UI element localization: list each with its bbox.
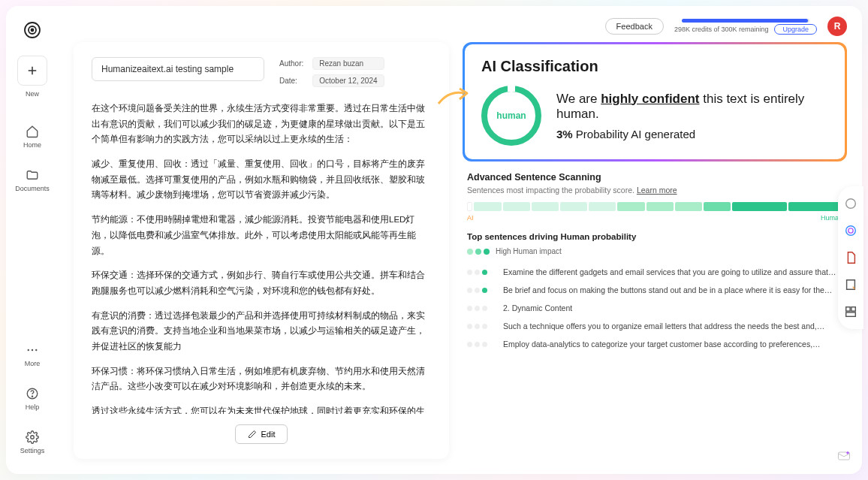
folder-icon (26, 168, 39, 182)
rail-circle-icon[interactable] (844, 197, 857, 210)
paragraph: 节约能源：不使用時關掉電燈和電器，減少能源消耗。投资节能电器和使用LED灯泡，以… (92, 212, 431, 258)
sidebar-item-help[interactable]: Help (11, 379, 53, 418)
sidebar-item-documents[interactable]: Documents (11, 161, 53, 200)
paragraph: 在这个环境问题备受关注的世界，永续生活方式变得非常重要。透过在日常生活中做出有意… (92, 101, 431, 147)
author-value: Rezan buzan (312, 57, 384, 70)
help-icon (26, 387, 39, 400)
document-body: 在这个环境问题备受关注的世界，永续生活方式变得非常重要。透过在日常生活中做出有意… (92, 101, 431, 414)
ring-label: human (496, 110, 526, 121)
classification-title: AI Classification (481, 58, 828, 75)
paragraph: 透过这些永续生活方式，您可以在为未来世代保护地球，同时过着更充实和环保的生活。 (92, 403, 431, 414)
credits-meter: 298K credits of 300K remaining Upgrade (674, 19, 817, 35)
svg-point-7 (32, 396, 32, 397)
avatar[interactable]: R (827, 17, 847, 36)
svg-point-9 (846, 199, 856, 209)
rail-grid-icon[interactable] (844, 305, 857, 318)
author-label: Author: (279, 59, 303, 68)
rail-doc-icon[interactable] (844, 251, 857, 264)
app-logo[interactable] (20, 18, 44, 42)
paragraph: 环保交通：选择环保的交通方式，例如步行、骑自行车或使用公共交通。拼车和结合跑腿服… (92, 267, 431, 298)
confidence-ring: human (481, 86, 541, 146)
confidence-statement: We are highly confident this text is ent… (556, 92, 828, 122)
scan-bar (467, 202, 842, 211)
svg-rect-13 (851, 307, 855, 311)
svg-point-2 (32, 29, 34, 32)
svg-point-5 (35, 349, 37, 351)
credits-bar (682, 19, 809, 23)
edit-button[interactable]: Edit (235, 424, 288, 444)
svg-point-11 (848, 228, 853, 233)
feedback-button[interactable]: Feedback (605, 18, 664, 35)
sentence-row[interactable]: Such a technique offers you to organize … (467, 317, 842, 335)
svg-point-4 (32, 349, 33, 351)
rail-target-icon[interactable] (844, 224, 857, 237)
arrow-icon (437, 86, 470, 108)
gear-icon (26, 430, 39, 444)
classification-card: AI Classification human We are highly co… (463, 42, 847, 162)
document-title-input[interactable] (92, 57, 264, 81)
header: Feedback 298K credits of 300K remaining … (605, 17, 847, 36)
mail-sparkle-icon[interactable] (836, 448, 851, 463)
home-icon (26, 125, 39, 138)
upgrade-button[interactable]: Upgrade (774, 24, 817, 35)
sentence-row[interactable]: Examine the different gadgets and email … (467, 263, 842, 281)
sentence-row[interactable]: Be brief and focus on making the buttons… (467, 281, 842, 299)
pencil-icon (248, 430, 257, 439)
svg-point-8 (31, 436, 35, 439)
document-panel: Author: Rezan buzan Date: October 12, 20… (74, 42, 449, 459)
new-button[interactable] (17, 56, 47, 86)
more-icon (26, 343, 39, 357)
sentence-row[interactable]: Employ data-analytics to categorize your… (467, 335, 842, 353)
result-panel: AI Classification human We are highly co… (463, 42, 847, 459)
paragraph: 环保习惯：将环保习惯纳入日常生活，例如堆肥有机废弃物、节约用水和使用天然清洁产品… (92, 364, 431, 394)
svg-rect-12 (846, 307, 850, 311)
svg-point-10 (846, 226, 856, 236)
learn-more-link[interactable]: Learn more (637, 186, 677, 195)
scan-subtitle: Sentences most impacting the probability… (467, 186, 842, 195)
sentence-row[interactable]: 2. Dynamic Content (467, 299, 842, 317)
probability-line: 3% Probability AI generated (556, 128, 828, 140)
tool-rail (838, 186, 863, 329)
paragraph: 有意识的消费：透过选择包装最少的产品和并选择使用可持续材料制成的物品，来实践有意… (92, 308, 431, 355)
sidebar-item-more[interactable]: More (11, 336, 53, 375)
svg-point-3 (28, 349, 29, 351)
new-label: New (26, 90, 39, 98)
date-label: Date: (279, 77, 303, 85)
svg-rect-14 (846, 312, 856, 316)
scan-title: Advanced Sentence Scanning (467, 172, 842, 183)
top-sentences-title: Top sentences driving Human probability (467, 232, 842, 241)
impact-legend: High Human impact (467, 247, 842, 255)
ai-label: AI (467, 214, 474, 222)
scan-section: Advanced Sentence Scanning Sentences mos… (463, 162, 847, 358)
date-value: October 12, 2024 (312, 74, 384, 87)
sidebar-item-home[interactable]: Home (11, 117, 53, 156)
sidebar-item-settings[interactable]: Settings (11, 423, 53, 462)
credits-text: 298K credits of 300K remaining (674, 26, 769, 33)
sidebar: New Home Documents More Help Settings (6, 6, 59, 474)
paragraph: 减少、重复使用、回收：透过「减量、重复使用、回收」的口号，目标将产生的废弃物减至… (92, 156, 431, 203)
rail-edit-icon[interactable] (844, 278, 857, 291)
